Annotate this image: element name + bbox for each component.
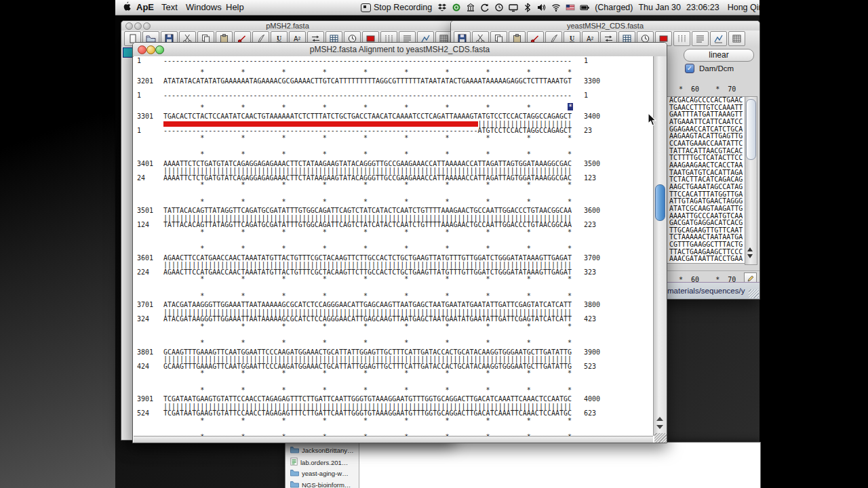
- alignment-scroll-thumb[interactable]: [655, 184, 665, 221]
- flag-us-icon[interactable]: [566, 3, 575, 12]
- right-position: 223: [584, 222, 596, 229]
- scroll-up-arrow[interactable]: [747, 247, 753, 251]
- toolbar-text-columns-button[interactable]: [673, 31, 690, 46]
- dropbox-icon[interactable]: [437, 3, 447, 12]
- alignment-resize-grip[interactable]: [654, 433, 667, 443]
- sync-icon[interactable]: [452, 3, 461, 12]
- text-columns-icon: [677, 34, 687, 43]
- sequence-text: TATTACACAGTTATAGGTTCAGATGCGATATTTGTGGCAG…: [163, 222, 572, 229]
- close-button[interactable]: [138, 45, 146, 54]
- finder-column[interactable]: [457, 443, 563, 488]
- battery-icon[interactable]: [580, 3, 589, 12]
- alignment-match-row: ||||||||||||||||||||||||||||||||||||||||…: [134, 262, 653, 269]
- alignment-tick-ruler: * * * * * * * * * *: [134, 370, 653, 378]
- finder-item[interactable]: JacksonBrittany…: [290, 446, 354, 455]
- finder-item[interactable]: lab.orders.201…: [290, 458, 348, 467]
- tick-marks: * * * * * * * * * *: [163, 370, 572, 378]
- wifi-icon[interactable]: [551, 3, 561, 12]
- damdcm-label: Dam/Dcm: [699, 64, 734, 73]
- pmsh2-titlebar[interactable]: pMSH2.fasta: [121, 21, 454, 31]
- alignment-tick-ruler: * * * * * * * * * *: [134, 182, 653, 189]
- finder-item[interactable]: NGS-bioinform…: [290, 481, 351, 488]
- pmsh2-title: pMSH2.fasta: [266, 22, 309, 30]
- sequence-text: ATACGATAAGGGTTGGAAATTAATAAAAAGCGCATCTCCA…: [163, 302, 572, 309]
- grid-icon: [732, 34, 742, 43]
- left-position: 1: [137, 127, 141, 135]
- alignment-tick-ruler: * * * * * * * * * *: [134, 229, 653, 237]
- finder-column[interactable]: [669, 443, 760, 488]
- menu-time[interactable]: 23:06:23: [686, 3, 719, 12]
- time-machine-icon[interactable]: [494, 3, 504, 12]
- right-position: 3400: [584, 113, 600, 121]
- finder-item[interactable]: yeast-aging-w…: [290, 469, 349, 478]
- display-icon[interactable]: [509, 3, 518, 12]
- alignment-tick-ruler: * * * * * * * * * *: [134, 293, 653, 300]
- close-button[interactable]: [125, 22, 133, 30]
- alignment-titlebar[interactable]: pMSH2.fasta Alignment to yeastMSH2_CDS.f…: [133, 43, 667, 57]
- menu-date[interactable]: Thu Jan 30: [638, 3, 681, 12]
- volume-icon[interactable]: [537, 3, 547, 12]
- minimize-button[interactable]: [146, 45, 155, 54]
- yeast-seq-line: AAAGAAGAACTCACCTAA: [669, 162, 747, 169]
- alignment-hscrollbar[interactable]: [134, 436, 653, 443]
- toolbar-graph-button[interactable]: [710, 31, 727, 46]
- sequence-ruler-top: * 60 * 70: [679, 85, 736, 93]
- alignment-match-row: ||||||||||||||||||||||||||||||||||||||||…: [134, 167, 653, 175]
- yeast-sequence-text[interactable]: ACGACAGCCCCACTGAACTGAACCTTTGTCCAAATTGAAT…: [667, 96, 747, 264]
- right-position: 23: [584, 127, 592, 135]
- damdcm-checkbox[interactable]: ✓: [685, 64, 694, 73]
- menu-help[interactable]: Help: [226, 2, 244, 12]
- finder-column[interactable]: [359, 443, 458, 488]
- yeast-titlebar[interactable]: yeastMSH2_CDS.fasta: [451, 21, 760, 31]
- right-position: 123: [584, 175, 596, 182]
- minimize-button[interactable]: [134, 22, 142, 30]
- scroll-up-arrow[interactable]: [656, 417, 663, 421]
- yeast-resize-grip[interactable]: [749, 289, 759, 298]
- tick-marks: * * * * * * * * * *: [163, 135, 572, 142]
- yeast-seq-line: AAACGATAATTACCTGAA: [669, 256, 747, 263]
- stop-recording-label: Stop Recording: [374, 3, 432, 12]
- zoom-button[interactable]: [143, 22, 151, 30]
- sequence-text: TCGATAATGAAGTGTATTCCAACCTAGAGAGTTTCTTGAT…: [163, 396, 572, 403]
- sequence-text: ATACGATAAGGGTTGGAAATTAATAAAAAGCGCATCTCCA…: [163, 316, 572, 323]
- alignment-tick-ruler: * * * * * * * * * *: [134, 151, 653, 159]
- zoom-button[interactable]: [155, 45, 164, 54]
- yeast-scrollbar[interactable]: [745, 96, 757, 265]
- scroll-down-arrow[interactable]: [747, 254, 753, 258]
- right-position: 3700: [584, 255, 600, 262]
- alignment-tick-ruler: * * * * * * * * * *: [134, 135, 653, 142]
- tick-marks: * * * * * * * * * *: [163, 418, 572, 425]
- right-position: 3300: [584, 78, 600, 85]
- toolbar-grid-button[interactable]: [728, 31, 745, 46]
- yeast-status-path: materials/sequences/y: [665, 282, 760, 299]
- toolbar-align-lines-button[interactable]: [692, 31, 709, 46]
- stop-recording-item[interactable]: Stop Recording: [361, 3, 432, 12]
- left-position: 224: [137, 269, 149, 277]
- finder-column[interactable]: [562, 443, 669, 488]
- alignment-tick-ruler: * * * * * * * * * *: [134, 323, 653, 331]
- menu-windows[interactable]: Windows: [186, 2, 222, 12]
- menu-ape[interactable]: ApE: [136, 2, 154, 12]
- tick-marks: * * * * * * * * * *: [163, 387, 572, 394]
- alignment-seq-row: 3201ATATATACATATATGAAAAAATAGAAAACGCGAAAA…: [134, 78, 653, 85]
- right-position: 4000: [584, 396, 600, 403]
- yeast-seq-line: ATATCGCAAGTAAGATTG: [669, 205, 747, 213]
- menu-user[interactable]: Hong Qin: [728, 3, 764, 12]
- apple-menu[interactable]: [122, 1, 131, 14]
- yeast-scroll-thumb[interactable]: [746, 99, 756, 160]
- alignment-title: pMSH2.fasta Alignment to yeastMSH2_CDS.f…: [310, 45, 490, 54]
- bank-icon[interactable]: [466, 3, 475, 12]
- sequence-text: TGACACTCTACTCCAATATCAACTGTAAAAAATCTCTTTA…: [163, 113, 572, 121]
- menu-text[interactable]: Text: [161, 2, 178, 12]
- gap-dashes: ----------------------------------------…: [163, 58, 572, 65]
- alignment-seq-row: 524TCGATAATGAAGTGTATTCCAACCTAGAGAGTTTCTT…: [134, 410, 653, 418]
- linear-toggle-button[interactable]: linear: [684, 49, 754, 62]
- alignment-tick-ruler: * * * * * * * * * *: [134, 69, 653, 77]
- finder-item-label: JacksonBrittany…: [302, 447, 354, 454]
- refresh-icon[interactable]: [480, 3, 490, 12]
- tick-marks: * * * * * * * * * *: [163, 182, 572, 189]
- bluetooth-icon[interactable]: [523, 3, 532, 12]
- alignment-content[interactable]: 1---------------------------------------…: [134, 56, 653, 436]
- alignment-seq-row: 3301TGACACTCTACTCCAATATCAACTGTAAAAAATCTC…: [134, 113, 653, 121]
- scroll-down-arrow[interactable]: [656, 425, 663, 429]
